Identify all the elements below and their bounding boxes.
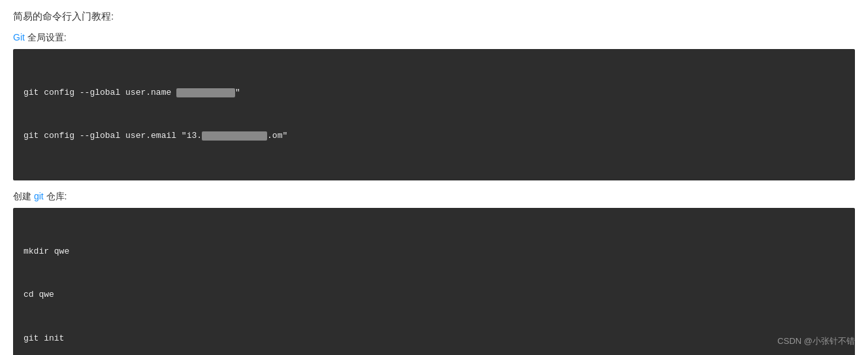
email-prefix: "i3. <box>182 131 202 141</box>
create-label-prefix: 创建 <box>13 191 34 201</box>
page-title: 简易的命令行入门教程: <box>13 10 855 23</box>
create-repo-code: mkdir qwe cd qwe git init touch README.m… <box>13 208 855 355</box>
blurred-username <box>176 88 235 97</box>
create-repo-section: 创建 git 仓库: mkdir qwe cd qwe git init tou… <box>13 191 855 355</box>
git-link-2: git <box>34 191 44 201</box>
global-config-heading: Git 全局设置: <box>13 32 855 44</box>
email-suffix: .om" <box>267 131 287 141</box>
code-line-2: git config --global user.email "i3. .om" <box>24 129 844 143</box>
global-config-code: git config --global user.name " git conf… <box>13 49 855 180</box>
global-config-section: Git 全局设置: git config --global user.name … <box>13 32 855 180</box>
code-cd: cd qwe <box>24 288 844 302</box>
git-link-1: Git <box>13 32 25 42</box>
create-label-suffix: 仓库: <box>44 191 67 201</box>
create-repo-heading: 创建 git 仓库: <box>13 191 855 203</box>
code-git-init: git init <box>24 331 844 346</box>
code-line-1: git config --global user.name " <box>24 86 844 100</box>
blurred-email <box>202 131 267 141</box>
watermark: CSDN @小张针不错 <box>777 335 855 347</box>
code-mkdir: mkdir qwe <box>24 245 844 259</box>
global-config-label: 全局设置: <box>27 32 67 42</box>
